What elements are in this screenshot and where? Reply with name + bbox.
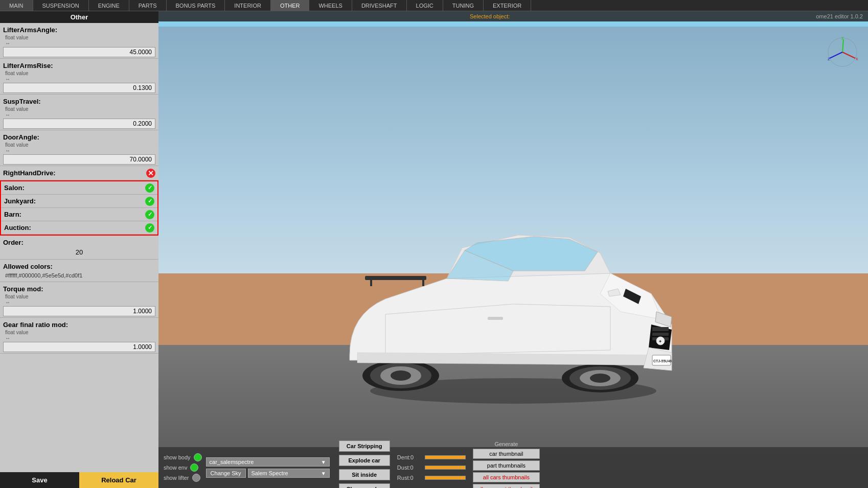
float-arrow-3: ↔ [3, 112, 155, 118]
car-name-value: car_salemspectre [210, 459, 254, 465]
rust-slider-row: Rust:0 [397, 475, 466, 481]
sky-name-value: Salem Spectre [252, 470, 288, 476]
susp-travel-group: SuspTravel: float value ↔ [0, 95, 158, 130]
editor-version: ome21 editor 1.0.2 [816, 13, 863, 19]
gear-ratio-input[interactable] [3, 342, 155, 352]
lifter-arms-angle-input[interactable] [3, 47, 155, 57]
lifter-arms-rise-input[interactable] [3, 83, 155, 93]
order-group: Order: 20 [0, 236, 158, 260]
sidebar: Other LifterArmsAngle: float value ↔ Lif… [0, 11, 158, 488]
nav-main[interactable]: MAIN [0, 0, 33, 11]
lifter-arms-rise-hint: float value [3, 71, 155, 76]
auction-toggle[interactable]: ✓ [145, 223, 154, 233]
all-cars-part-thumbnails-button[interactable]: all cars part thumbnails [473, 484, 540, 488]
salon-label: Salon: [4, 183, 25, 193]
susp-travel-hint: float value [3, 106, 155, 112]
lifter-arms-angle-label: LifterArmsAngle: [3, 25, 155, 35]
dent-slider[interactable] [425, 455, 466, 459]
rust-slider[interactable] [425, 476, 466, 480]
svg-rect-25 [370, 280, 372, 286]
svg-rect-16 [652, 327, 669, 331]
lifter-arms-rise-group: LifterArmsRise: float value ↔ [0, 59, 158, 95]
svg-point-15 [590, 374, 610, 383]
junkyard-toggle[interactable]: ✓ [145, 197, 154, 206]
door-angle-input[interactable] [3, 154, 155, 165]
car-thumbnail-button[interactable]: car thumbnail [473, 449, 540, 459]
sky-name-dropdown[interactable]: Salem Spectre ▼ [248, 469, 330, 478]
show-toggles: show body show env show lifter [164, 453, 202, 482]
order-label: Order: [3, 238, 155, 247]
viewport-header: Selected object: ome21 editor 1.0.2 [158, 11, 868, 21]
nav-logic[interactable]: LOGIC [407, 0, 443, 11]
change-color-button[interactable]: Change color [339, 483, 390, 488]
nav-other[interactable]: OTHER [271, 0, 310, 11]
dust-label: Dust:0 [397, 464, 423, 471]
nav-wheels[interactable]: WHEELS [309, 0, 352, 11]
sidebar-title: Other [0, 11, 158, 23]
top-navigation: MAIN SUSPENSION ENGINE PARTS BONUS PARTS… [0, 0, 868, 11]
car-select-area: car_salemspectre ▼ Change Sky Salem Spec… [206, 457, 330, 478]
torque-mod-label: Torque mod: [3, 284, 155, 294]
dust-slider[interactable] [425, 466, 466, 470]
generate-title: Generate [473, 441, 540, 447]
right-hand-drive-toggle[interactable]: ✕ [146, 169, 155, 178]
nav-tuning[interactable]: TUNING [443, 0, 484, 11]
nav-suspension[interactable]: SUSPENSION [33, 0, 89, 11]
show-body-toggle[interactable] [194, 453, 202, 461]
float-arrow-2: ↔ [3, 76, 155, 82]
rust-label: Rust:0 [397, 475, 423, 481]
show-body-label: show body [164, 454, 191, 460]
part-thumbnails-button[interactable]: part thumbnails [473, 460, 540, 471]
show-lifter-item: show lifter [164, 474, 202, 482]
float-arrow-1: ↔ [3, 40, 155, 46]
change-sky-button[interactable]: Change Sky [206, 469, 246, 478]
nav-parts[interactable]: PARTS [129, 0, 167, 11]
svg-rect-24 [365, 276, 426, 280]
right-hand-drive-label: RightHandDrive: [3, 168, 56, 178]
door-angle-group: DoorAngle: float value ↔ [0, 130, 158, 166]
nav-exterior[interactable]: EXTERIOR [484, 0, 531, 11]
svg-text:CTJ-55U46: CTJ-55U46 [653, 359, 672, 363]
nav-bonus-parts[interactable]: BONUS PARTS [167, 0, 225, 11]
susp-travel-input[interactable] [3, 119, 155, 129]
gear-ratio-label: Gear final ratio mod: [3, 320, 155, 330]
reload-car-button[interactable]: Reload Car [79, 472, 158, 488]
junkyard-field: Junkyard: ✓ [1, 195, 157, 208]
all-cars-thumbnails-button[interactable]: all cars thumbnails [473, 472, 540, 482]
nav-driveshaft[interactable]: DRIVESHAFT [352, 0, 407, 11]
float-arrow-6: ↔ [3, 335, 155, 341]
show-env-toggle[interactable] [190, 463, 198, 472]
svg-text:✦: ✦ [658, 339, 662, 344]
sky-area: Change Sky Salem Spectre ▼ [206, 469, 330, 478]
allowed-colors-group: Allowed colors: #ffffff,#000000,#5e5e5d,… [0, 260, 158, 282]
show-body-item: show body [164, 453, 202, 461]
gear-ratio-hint: float value [3, 330, 155, 335]
barn-field: Barn: ✓ [1, 208, 157, 221]
salon-group: Salon: ✓ Junkyard: ✓ Barn: ✓ Auction: ✓ [0, 180, 158, 236]
nav-interior[interactable]: INTERIOR [225, 0, 271, 11]
selected-object-value: Selected object: [470, 13, 510, 19]
explode-car-button[interactable]: Explode car [339, 455, 390, 466]
allowed-colors-label: Allowed colors: [3, 262, 155, 271]
float-arrow-4: ↔ [3, 148, 155, 153]
bottom-toolbar: show body show env show lifter car_salem… [158, 447, 868, 488]
save-button[interactable]: Save [0, 472, 79, 488]
auction-label: Auction: [4, 223, 31, 233]
torque-mod-input[interactable] [3, 306, 155, 316]
svg-rect-26 [422, 280, 424, 286]
susp-travel-label: SuspTravel: [3, 97, 155, 106]
torque-mod-hint: float value [3, 294, 155, 299]
lifter-arms-rise-label: LifterArmsRise: [3, 61, 155, 71]
show-lifter-toggle[interactable] [192, 474, 200, 482]
float-arrow-5: ↔ [3, 299, 155, 305]
car-name-dropdown[interactable]: car_salemspectre ▼ [206, 457, 330, 467]
barn-toggle[interactable]: ✓ [145, 210, 154, 219]
door-angle-hint: float value [3, 142, 155, 148]
nav-engine[interactable]: ENGINE [89, 0, 129, 11]
torque-mod-group: Torque mod: float value ↔ [0, 282, 158, 318]
gear-ratio-group: Gear final ratio mod: float value ↔ [0, 318, 158, 354]
sit-inside-button[interactable]: Sit inside [339, 469, 390, 480]
salon-toggle[interactable]: ✓ [145, 183, 154, 193]
show-env-item: show env [164, 463, 202, 472]
car-stripping-button[interactable]: Car Stripping [339, 440, 390, 452]
